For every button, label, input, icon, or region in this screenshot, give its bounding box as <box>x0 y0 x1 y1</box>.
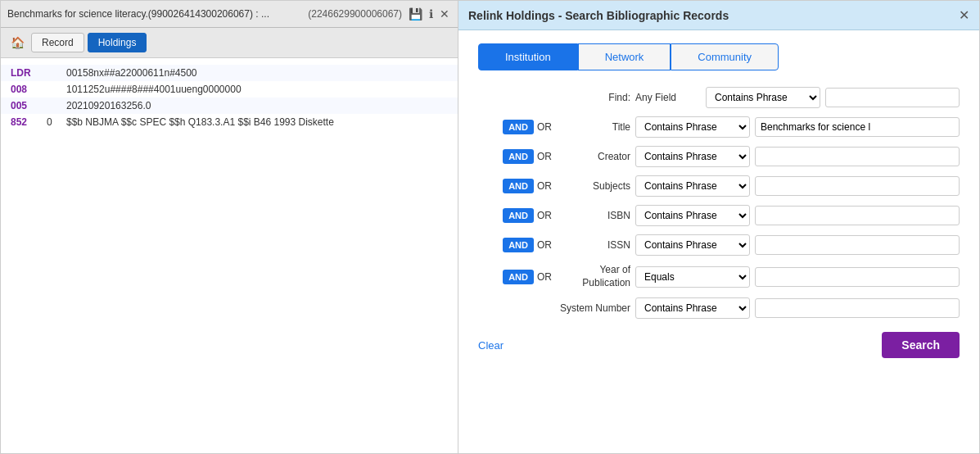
issn-input[interactable] <box>755 235 960 255</box>
creator-prefix: AND OR <box>478 149 552 164</box>
subjects-prefix: AND OR <box>478 179 552 193</box>
subjects-row: AND OR Subjects Contains Phrase Equals S… <box>478 175 960 197</box>
right-body: Institution Network Community Find: Any … <box>458 30 979 453</box>
isbn-or-label: OR <box>537 210 552 221</box>
system-number-label: System Number <box>557 302 630 314</box>
left-panel: Benchmarks for science literacy.(9900264… <box>0 0 458 454</box>
subjects-input[interactable] <box>755 176 960 196</box>
marc-row-008: 008 1011252u####8###4001uueng0000000 <box>1 81 458 98</box>
network-tab[interactable]: Network <box>578 43 671 70</box>
find-condition-select[interactable]: Contains Phrase Equals Starts With <box>706 87 820 108</box>
marc-data: 1011252u####8###4001uueng0000000 <box>66 84 242 95</box>
clear-button[interactable]: Clear <box>478 339 504 352</box>
right-header-title: Relink Holdings - Search Bibliographic R… <box>468 9 729 22</box>
institution-tab[interactable]: Institution <box>478 43 578 70</box>
creator-input[interactable] <box>755 147 960 166</box>
issn-or-label: OR <box>537 239 552 251</box>
issn-row: AND OR ISSN Contains Phrase Equals Start… <box>478 234 960 256</box>
left-header-title: Benchmarks for science literacy.(9900264… <box>7 8 303 20</box>
marc-row-852: 852 0 $$b NBJMA $$c SPEC $$h Q183.3.A1 $… <box>1 114 458 130</box>
any-field-label: Any Field <box>635 92 701 103</box>
year-and-button[interactable]: AND <box>503 270 534 284</box>
title-condition-select[interactable]: Contains Phrase Equals Starts With <box>635 116 750 138</box>
year-condition-select[interactable]: Equals Contains Phrase Starts With <box>635 266 750 288</box>
year-row: AND OR Year ofPublication Equals Contain… <box>478 264 960 289</box>
tabs-row: 🏠 Record Holdings <box>1 28 458 58</box>
search-form: Find: Any Field Contains Phrase Equals S… <box>478 87 960 319</box>
right-close-button[interactable]: ✕ <box>959 7 969 23</box>
footer-row: Clear Search <box>478 332 960 358</box>
year-or-label: OR <box>537 271 552 283</box>
subjects-and-button[interactable]: AND <box>503 179 534 193</box>
scope-tabs: Institution Network Community <box>478 43 960 70</box>
left-header-icons: 💾 ℹ ✕ <box>407 6 451 22</box>
system-number-input[interactable] <box>755 298 960 318</box>
find-row: Find: Any Field Contains Phrase Equals S… <box>478 87 960 108</box>
marc-tag: 852 <box>11 116 40 128</box>
title-row: AND OR Title Contains Phrase Equals Star… <box>478 116 960 138</box>
holdings-tab[interactable]: Holdings <box>88 33 147 52</box>
search-button[interactable]: Search <box>882 332 960 358</box>
info-icon[interactable]: ℹ <box>427 6 435 22</box>
system-number-row: System Number Contains Phrase Equals Sta… <box>478 297 960 319</box>
isbn-prefix: AND OR <box>478 208 552 223</box>
marc-ind: 0 <box>47 116 60 128</box>
find-label: Find: <box>557 92 630 103</box>
year-input[interactable] <box>755 267 960 287</box>
year-label: Year ofPublication <box>557 264 630 289</box>
isbn-condition-select[interactable]: Contains Phrase Equals Starts With <box>635 205 750 226</box>
right-panel: Relink Holdings - Search Bibliographic R… <box>458 0 980 454</box>
title-and-button[interactable]: AND <box>503 120 534 134</box>
title-input[interactable] <box>755 117 960 137</box>
system-number-condition-select[interactable]: Contains Phrase Equals Starts With <box>635 297 750 319</box>
marc-tag: LDR <box>11 67 40 79</box>
subjects-label: Subjects <box>557 180 630 192</box>
subjects-or-label: OR <box>537 180 552 192</box>
title-prefix: AND OR <box>478 120 552 134</box>
find-input[interactable] <box>825 88 960 107</box>
save-icon[interactable]: 💾 <box>407 6 424 22</box>
isbn-row: AND OR ISBN Contains Phrase Equals Start… <box>478 205 960 226</box>
marc-record-content: LDR 00158nx##a22000611n#4500 008 1011252… <box>1 58 458 453</box>
marc-tag: 008 <box>11 84 40 95</box>
issn-label: ISSN <box>557 239 630 251</box>
creator-or-label: OR <box>537 151 552 162</box>
creator-row: AND OR Creator Contains Phrase Equals St… <box>478 146 960 167</box>
community-tab[interactable]: Community <box>671 43 779 70</box>
marc-tag: 005 <box>11 100 40 111</box>
subjects-condition-select[interactable]: Contains Phrase Equals Starts With <box>635 175 750 197</box>
marc-data: 00158nx##a22000611n#4500 <box>66 67 197 79</box>
creator-condition-select[interactable]: Contains Phrase Equals Starts With <box>635 146 750 167</box>
issn-and-button[interactable]: AND <box>503 238 534 252</box>
isbn-and-button[interactable]: AND <box>503 208 534 223</box>
marc-row-005: 005 20210920163256.0 <box>1 98 458 114</box>
home-button[interactable]: 🏠 <box>7 34 28 51</box>
left-header-subtitle: (2246629900006067) <box>308 8 402 20</box>
close-icon[interactable]: ✕ <box>438 6 451 22</box>
issn-condition-select[interactable]: Contains Phrase Equals Starts With <box>635 234 750 256</box>
left-header: Benchmarks for science literacy.(9900264… <box>1 1 458 28</box>
issn-prefix: AND OR <box>478 238 552 252</box>
creator-label: Creator <box>557 151 630 162</box>
record-tab[interactable]: Record <box>31 33 84 52</box>
marc-row-ldr: LDR 00158nx##a22000611n#4500 <box>1 65 458 81</box>
isbn-label: ISBN <box>557 210 630 221</box>
title-or-label: OR <box>537 121 552 133</box>
creator-and-button[interactable]: AND <box>503 149 534 164</box>
isbn-input[interactable] <box>755 206 960 225</box>
marc-data: $$b NBJMA $$c SPEC $$h Q183.3.A1 $$i B46… <box>66 116 334 128</box>
year-prefix: AND OR <box>478 270 552 284</box>
title-label: Title <box>557 121 630 133</box>
right-header: Relink Holdings - Search Bibliographic R… <box>458 1 979 30</box>
marc-data: 20210920163256.0 <box>66 100 151 111</box>
